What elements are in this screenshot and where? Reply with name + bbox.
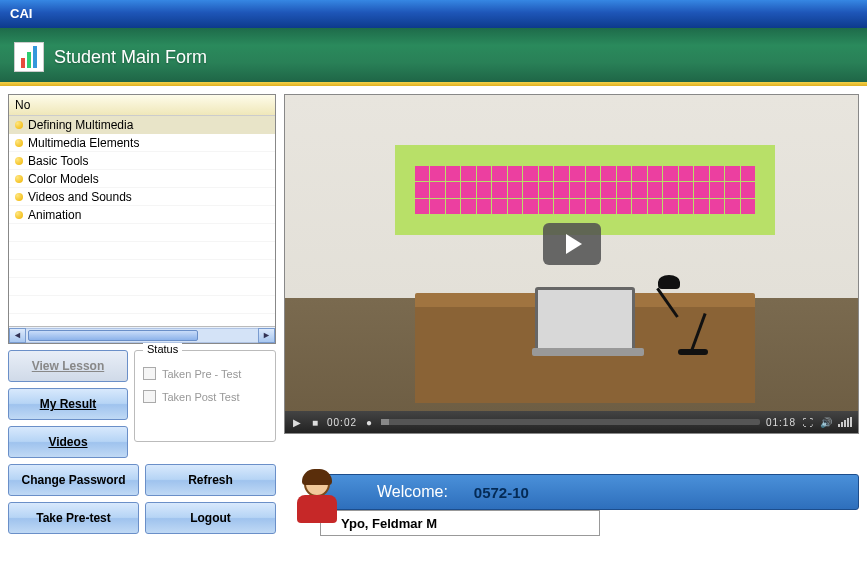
lesson-row[interactable]: Multimedia Elements	[9, 134, 275, 152]
lesson-label: Color Models	[28, 170, 99, 188]
logout-button[interactable]: Logout	[145, 502, 276, 534]
lesson-row[interactable]: Basic Tools	[9, 152, 275, 170]
window-titlebar: CAI	[0, 0, 867, 28]
header-banner: Student Main Form	[0, 28, 867, 86]
student-name: Ypo, Feldmar M	[341, 516, 437, 531]
seek-handle-icon[interactable]: ●	[363, 417, 375, 428]
scroll-track[interactable]	[26, 328, 258, 343]
page-title: Student Main Form	[54, 47, 207, 68]
lessons-list: No Defining Multimedia Multimedia Elemen…	[8, 94, 276, 344]
posttest-label: Taken Post Test	[162, 391, 239, 403]
scroll-thumb[interactable]	[28, 330, 198, 341]
refresh-button[interactable]: Refresh	[145, 464, 276, 496]
welcome-bar: Welcome: 0572-10	[320, 474, 859, 510]
play-icon[interactable]	[543, 223, 601, 265]
status-legend: Status	[143, 343, 182, 355]
my-result-button[interactable]: My Result	[8, 388, 128, 420]
student-id: 0572-10	[474, 484, 529, 501]
lesson-label: Defining Multimedia	[28, 116, 133, 134]
lesson-label: Multimedia Elements	[28, 134, 139, 152]
lesson-label: Animation	[28, 206, 81, 224]
lesson-label: Basic Tools	[28, 152, 88, 170]
bullet-icon	[15, 139, 23, 147]
student-name-box: Ypo, Feldmar M	[320, 510, 600, 536]
take-pretest-button[interactable]: Take Pre-test	[8, 502, 139, 534]
lessons-body: Defining Multimedia Multimedia Elements …	[9, 116, 275, 326]
lessons-column-header[interactable]: No	[9, 95, 275, 116]
mute-button[interactable]: 🔊	[820, 417, 832, 428]
video-player[interactable]: ▶ ■ 00:02 ● 01:18 ⛶ 🔊	[284, 94, 859, 434]
fullscreen-button[interactable]: ⛶	[802, 417, 814, 428]
scroll-right-arrow[interactable]: ►	[258, 328, 275, 343]
posttest-checkbox	[143, 390, 156, 403]
change-password-button[interactable]: Change Password	[8, 464, 139, 496]
welcome-label: Welcome:	[377, 483, 448, 501]
status-group: Status Taken Pre - Test Taken Post Test	[134, 350, 276, 442]
bullet-icon	[15, 175, 23, 183]
posttest-status-row: Taken Post Test	[143, 390, 267, 403]
lesson-label: Videos and Sounds	[28, 188, 132, 206]
lesson-row[interactable]: Defining Multimedia	[9, 116, 275, 134]
pretest-checkbox	[143, 367, 156, 380]
view-lesson-button[interactable]: View Lesson	[8, 350, 128, 382]
pretest-label: Taken Pre - Test	[162, 368, 241, 380]
current-time: 00:02	[327, 417, 357, 428]
play-pause-button[interactable]: ▶	[291, 417, 303, 428]
poster-board	[395, 145, 775, 235]
seek-track[interactable]	[381, 419, 760, 425]
pretest-status-row: Taken Pre - Test	[143, 367, 267, 380]
bullet-icon	[15, 193, 23, 201]
video-controls: ▶ ■ 00:02 ● 01:18 ⛶ 🔊	[285, 411, 858, 433]
lesson-row[interactable]: Animation	[9, 206, 275, 224]
chart-icon	[14, 42, 44, 72]
window-title: CAI	[10, 6, 32, 21]
scroll-left-arrow[interactable]: ◄	[9, 328, 26, 343]
lamp-graphic	[658, 275, 718, 355]
avatar-icon	[291, 471, 343, 531]
lesson-row[interactable]: Videos and Sounds	[9, 188, 275, 206]
laptop-graphic	[535, 287, 635, 351]
stop-button[interactable]: ■	[309, 417, 321, 428]
lesson-row[interactable]: Color Models	[9, 170, 275, 188]
volume-indicator[interactable]	[838, 417, 852, 427]
total-time: 01:18	[766, 417, 796, 428]
videos-button[interactable]: Videos	[8, 426, 128, 458]
bullet-icon	[15, 211, 23, 219]
bullet-icon	[15, 121, 23, 129]
horizontal-scrollbar[interactable]: ◄ ►	[9, 326, 275, 343]
bullet-icon	[15, 157, 23, 165]
